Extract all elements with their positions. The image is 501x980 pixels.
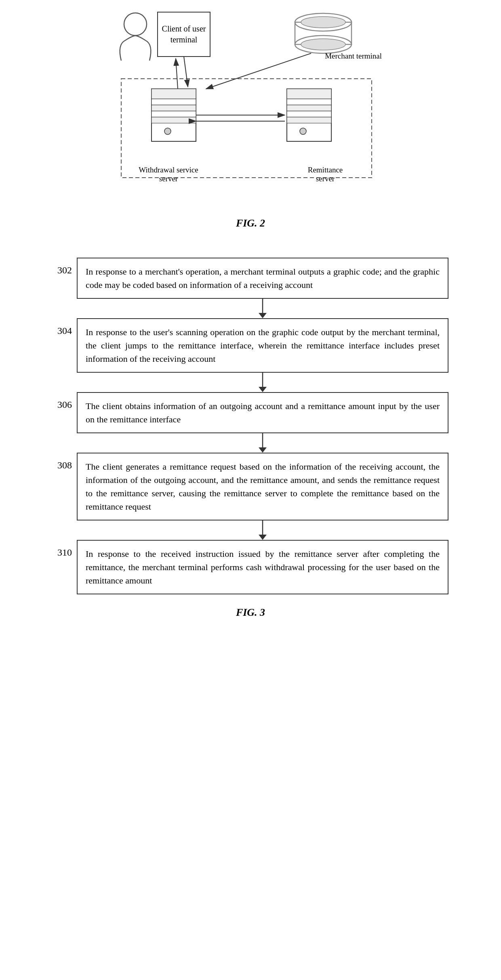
svg-rect-9 xyxy=(121,79,372,178)
svg-rect-14 xyxy=(152,111,196,117)
arrow-down-1 xyxy=(53,299,448,318)
svg-rect-13 xyxy=(152,105,196,111)
svg-point-7 xyxy=(301,17,345,28)
svg-line-26 xyxy=(206,53,311,89)
svg-point-4 xyxy=(295,13,352,31)
fig2-section: Client of user terminal Merchant termina… xyxy=(24,8,477,241)
fig3-section: 302 In response to a merchant's operatio… xyxy=(24,258,477,631)
fig2-diagram: Client of user terminal Merchant termina… xyxy=(113,8,388,210)
svg-rect-10 xyxy=(152,89,196,141)
svg-rect-20 xyxy=(287,105,331,111)
arrow-down-4 xyxy=(53,520,448,540)
svg-rect-15 xyxy=(152,117,196,123)
svg-rect-5 xyxy=(295,22,352,44)
step-number-310: 310 xyxy=(53,540,77,558)
svg-point-16 xyxy=(164,128,171,134)
flow-step-308: 308 The client generates a remittance re… xyxy=(53,453,448,520)
step-box-306: The client obtains information of an out… xyxy=(77,392,448,433)
svg-line-25 xyxy=(176,59,178,89)
step-box-308: The client generates a remittance reques… xyxy=(77,453,448,520)
arrow-down-2 xyxy=(53,373,448,392)
svg-point-23 xyxy=(300,128,306,134)
step-box-302: In response to a merchant's operation, a… xyxy=(77,258,448,299)
step-number-306: 306 xyxy=(53,392,77,410)
svg-point-2 xyxy=(124,13,147,36)
svg-marker-30 xyxy=(259,313,267,318)
server-left-label: Withdrawal serviceserver xyxy=(134,166,203,183)
svg-marker-36 xyxy=(259,535,267,540)
svg-rect-11 xyxy=(152,89,196,99)
svg-rect-22 xyxy=(287,117,331,123)
svg-marker-34 xyxy=(259,447,267,453)
svg-rect-21 xyxy=(287,111,331,117)
svg-marker-32 xyxy=(259,387,267,392)
svg-point-8 xyxy=(301,39,345,50)
step-number-302: 302 xyxy=(53,258,77,276)
svg-rect-19 xyxy=(287,99,331,105)
svg-rect-12 xyxy=(152,99,196,105)
fig3-label: FIG. 3 xyxy=(236,606,265,619)
flowchart: 302 In response to a merchant's operatio… xyxy=(53,258,448,594)
step-box-310: In response to the received instruction … xyxy=(77,540,448,594)
merchant-label: Merchant terminal xyxy=(325,52,382,61)
svg-rect-18 xyxy=(287,89,331,99)
step-number-308: 308 xyxy=(53,453,77,471)
arrow-down-3 xyxy=(53,433,448,453)
server-right-label: Remittanceserver xyxy=(293,166,358,183)
client-label: Client of user terminal xyxy=(158,12,210,57)
svg-line-24 xyxy=(184,57,188,87)
step-box-304: In response to the user's scanning opera… xyxy=(77,318,448,373)
flow-step-310: 310 In response to the received instruct… xyxy=(53,540,448,594)
flow-step-306: 306 The client obtains information of an… xyxy=(53,392,448,433)
svg-point-6 xyxy=(295,36,352,53)
flow-step-302: 302 In response to a merchant's operatio… xyxy=(53,258,448,299)
step-number-304: 304 xyxy=(53,318,77,336)
svg-rect-17 xyxy=(287,89,331,141)
flow-step-304: 304 In response to the user's scanning o… xyxy=(53,318,448,373)
fig2-label: FIG. 2 xyxy=(236,217,265,229)
